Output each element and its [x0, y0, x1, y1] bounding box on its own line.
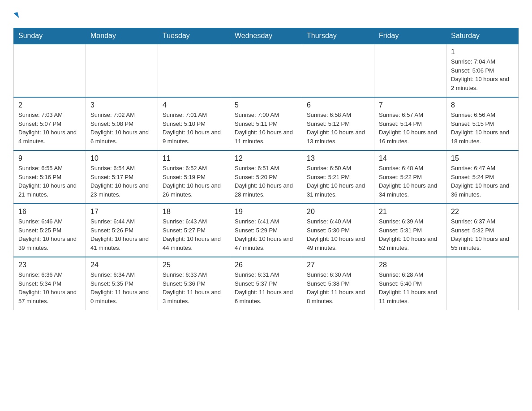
day-info: Sunrise: 6:54 AMSunset: 5:17 PMDaylight:… — [90, 164, 153, 199]
day-info: Sunrise: 7:00 AMSunset: 5:11 PMDaylight:… — [235, 111, 297, 146]
day-number: 18 — [163, 208, 225, 216]
calendar-cell: 17Sunrise: 6:44 AMSunset: 5:26 PMDayligh… — [86, 204, 158, 257]
calendar-cell: 1Sunrise: 7:04 AMSunset: 5:06 PMDaylight… — [446, 44, 519, 97]
calendar-cell: 10Sunrise: 6:54 AMSunset: 5:17 PMDayligh… — [86, 150, 158, 204]
calendar-week-row: 2Sunrise: 7:03 AMSunset: 5:07 PMDaylight… — [14, 97, 519, 150]
calendar-cell: 19Sunrise: 6:41 AMSunset: 5:29 PMDayligh… — [230, 204, 302, 257]
day-number: 23 — [18, 261, 81, 269]
calendar-cell: 11Sunrise: 6:52 AMSunset: 5:19 PMDayligh… — [158, 150, 230, 204]
day-info: Sunrise: 6:55 AMSunset: 5:16 PMDaylight:… — [18, 164, 81, 199]
day-number: 12 — [235, 154, 297, 163]
calendar-cell: 8Sunrise: 6:56 AMSunset: 5:15 PMDaylight… — [446, 97, 519, 150]
day-info: Sunrise: 6:43 AMSunset: 5:27 PMDaylight:… — [163, 217, 225, 252]
day-number: 14 — [379, 154, 442, 163]
calendar-cell: 4Sunrise: 7:01 AMSunset: 5:10 PMDaylight… — [158, 97, 230, 150]
day-info: Sunrise: 6:56 AMSunset: 5:15 PMDaylight:… — [451, 111, 514, 146]
day-number: 21 — [379, 208, 442, 216]
day-info: Sunrise: 7:04 AMSunset: 5:06 PMDaylight:… — [451, 57, 514, 92]
day-header-friday: Friday — [374, 28, 446, 44]
day-number: 5 — [235, 101, 297, 109]
day-number: 10 — [90, 154, 153, 163]
calendar-cell — [230, 44, 302, 97]
day-info: Sunrise: 6:44 AMSunset: 5:26 PMDaylight:… — [90, 217, 153, 252]
day-number: 24 — [90, 261, 153, 269]
calendar-cell: 14Sunrise: 6:48 AMSunset: 5:22 PMDayligh… — [374, 150, 446, 204]
calendar-cell: 24Sunrise: 6:34 AMSunset: 5:35 PMDayligh… — [86, 257, 158, 310]
calendar-week-row: 1Sunrise: 7:04 AMSunset: 5:06 PMDaylight… — [14, 44, 519, 97]
calendar-week-row: 23Sunrise: 6:36 AMSunset: 5:34 PMDayligh… — [14, 257, 519, 310]
calendar-header-row: SundayMondayTuesdayWednesdayThursdayFrid… — [14, 28, 519, 44]
day-header-sunday: Sunday — [14, 28, 86, 44]
calendar-cell: 28Sunrise: 6:28 AMSunset: 5:40 PMDayligh… — [374, 257, 446, 310]
calendar-table: SundayMondayTuesdayWednesdayThursdayFrid… — [13, 28, 519, 310]
calendar-cell: 5Sunrise: 7:00 AMSunset: 5:11 PMDaylight… — [230, 97, 302, 150]
day-info: Sunrise: 6:40 AMSunset: 5:30 PMDaylight:… — [307, 217, 369, 252]
day-info: Sunrise: 6:46 AMSunset: 5:25 PMDaylight:… — [18, 217, 81, 252]
day-info: Sunrise: 7:03 AMSunset: 5:07 PMDaylight:… — [18, 111, 81, 146]
day-number: 28 — [379, 261, 442, 269]
day-info: Sunrise: 6:31 AMSunset: 5:37 PMDaylight:… — [235, 270, 297, 305]
day-info: Sunrise: 6:48 AMSunset: 5:22 PMDaylight:… — [379, 164, 442, 199]
calendar-cell: 16Sunrise: 6:46 AMSunset: 5:25 PMDayligh… — [14, 204, 86, 257]
day-header-thursday: Thursday — [302, 28, 374, 44]
calendar-cell: 13Sunrise: 6:50 AMSunset: 5:21 PMDayligh… — [302, 150, 374, 204]
day-number: 20 — [307, 208, 369, 216]
day-number: 25 — [163, 261, 225, 269]
logo-general-line — [13, 9, 18, 20]
day-info: Sunrise: 6:36 AMSunset: 5:34 PMDaylight:… — [18, 270, 81, 305]
calendar-cell: 15Sunrise: 6:47 AMSunset: 5:24 PMDayligh… — [446, 150, 519, 204]
day-number: 16 — [18, 208, 81, 216]
day-number: 19 — [235, 208, 297, 216]
day-header-monday: Monday — [86, 28, 158, 44]
logo — [13, 9, 18, 20]
day-number: 2 — [18, 101, 81, 109]
day-info: Sunrise: 6:57 AMSunset: 5:14 PMDaylight:… — [379, 111, 442, 146]
calendar-cell: 2Sunrise: 7:03 AMSunset: 5:07 PMDaylight… — [14, 97, 86, 150]
calendar-cell — [158, 44, 230, 97]
page-header — [13, 9, 519, 20]
day-number: 17 — [90, 208, 153, 216]
calendar-week-row: 16Sunrise: 6:46 AMSunset: 5:25 PMDayligh… — [14, 204, 519, 257]
day-info: Sunrise: 6:33 AMSunset: 5:36 PMDaylight:… — [163, 270, 225, 305]
day-info: Sunrise: 6:39 AMSunset: 5:31 PMDaylight:… — [379, 217, 442, 252]
calendar-cell: 3Sunrise: 7:02 AMSunset: 5:08 PMDaylight… — [86, 97, 158, 150]
day-number: 11 — [163, 154, 225, 163]
day-number: 1 — [451, 48, 514, 56]
day-info: Sunrise: 6:28 AMSunset: 5:40 PMDaylight:… — [379, 270, 442, 305]
calendar-cell — [86, 44, 158, 97]
day-info: Sunrise: 6:58 AMSunset: 5:12 PMDaylight:… — [307, 111, 369, 146]
day-number: 22 — [451, 208, 514, 216]
calendar-cell — [14, 44, 86, 97]
day-info: Sunrise: 6:37 AMSunset: 5:32 PMDaylight:… — [451, 217, 514, 252]
calendar-cell: 18Sunrise: 6:43 AMSunset: 5:27 PMDayligh… — [158, 204, 230, 257]
day-header-wednesday: Wednesday — [230, 28, 302, 44]
day-number: 3 — [90, 101, 153, 109]
day-number: 13 — [307, 154, 369, 163]
calendar-cell: 23Sunrise: 6:36 AMSunset: 5:34 PMDayligh… — [14, 257, 86, 310]
day-number: 7 — [379, 101, 442, 109]
day-info: Sunrise: 6:51 AMSunset: 5:20 PMDaylight:… — [235, 164, 297, 199]
day-info: Sunrise: 6:41 AMSunset: 5:29 PMDaylight:… — [235, 217, 297, 252]
day-number: 6 — [307, 101, 369, 109]
day-number: 4 — [163, 101, 225, 109]
calendar-cell — [446, 257, 519, 310]
day-header-saturday: Saturday — [446, 28, 519, 44]
day-info: Sunrise: 6:47 AMSunset: 5:24 PMDaylight:… — [451, 164, 514, 199]
calendar-cell: 26Sunrise: 6:31 AMSunset: 5:37 PMDayligh… — [230, 257, 302, 310]
calendar-cell: 12Sunrise: 6:51 AMSunset: 5:20 PMDayligh… — [230, 150, 302, 204]
day-number: 26 — [235, 261, 297, 269]
day-header-tuesday: Tuesday — [158, 28, 230, 44]
day-number: 27 — [307, 261, 369, 269]
calendar-cell — [374, 44, 446, 97]
calendar-cell: 7Sunrise: 6:57 AMSunset: 5:14 PMDaylight… — [374, 97, 446, 150]
calendar-cell: 22Sunrise: 6:37 AMSunset: 5:32 PMDayligh… — [446, 204, 519, 257]
day-number: 9 — [18, 154, 81, 163]
calendar-cell — [302, 44, 374, 97]
calendar-cell: 6Sunrise: 6:58 AMSunset: 5:12 PMDaylight… — [302, 97, 374, 150]
logo-triangle-icon — [13, 12, 19, 19]
calendar-cell: 20Sunrise: 6:40 AMSunset: 5:30 PMDayligh… — [302, 204, 374, 257]
calendar-cell: 27Sunrise: 6:30 AMSunset: 5:38 PMDayligh… — [302, 257, 374, 310]
day-number: 15 — [451, 154, 514, 163]
day-info: Sunrise: 7:01 AMSunset: 5:10 PMDaylight:… — [163, 111, 225, 146]
day-info: Sunrise: 6:52 AMSunset: 5:19 PMDaylight:… — [163, 164, 225, 199]
